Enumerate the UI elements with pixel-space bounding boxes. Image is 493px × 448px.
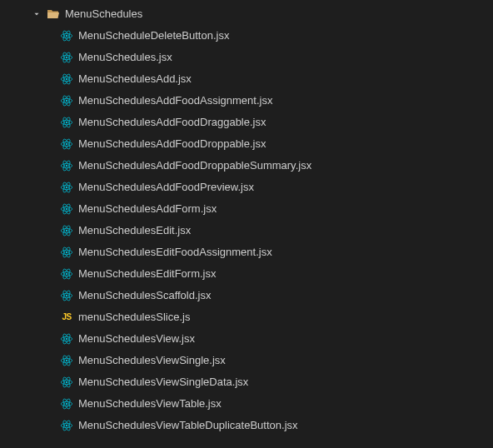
svg-point-4 — [66, 57, 67, 58]
file-row[interactable]: MenuSchedulesViewTable.jsx — [0, 393, 493, 415]
svg-point-68 — [66, 425, 67, 426]
folder-row-menuschedules[interactable]: MenuSchedules — [0, 3, 493, 25]
file-row[interactable]: MenuSchedulesScaffold.jsx — [0, 285, 493, 306]
svg-point-0 — [66, 35, 67, 37]
file-row[interactable]: MenuSchedules.jsx — [0, 47, 493, 68]
svg-point-8 — [66, 78, 67, 80]
file-label: MenuSchedulesView.jsx — [78, 328, 195, 350]
react-icon — [60, 419, 73, 432]
file-row[interactable]: MenuSchedulesView.jsx — [0, 328, 493, 350]
file-label: MenuSchedulesViewTableDuplicateButton.js… — [78, 415, 298, 436]
react-icon — [60, 376, 73, 389]
file-label: menuSchedulesSlice.js — [78, 306, 190, 328]
svg-point-16 — [66, 122, 67, 123]
file-row[interactable]: MenuSchedulesEdit.jsx — [0, 220, 493, 241]
file-row[interactable]: MenuSchedulesAddFoodDraggable.jsx — [0, 112, 493, 133]
file-row[interactable]: MenuSchedulesAdd.jsx — [0, 68, 493, 90]
file-label: MenuSchedulesViewSingle.jsx — [78, 350, 226, 371]
file-label: MenuSchedulesViewTable.jsx — [78, 393, 222, 415]
svg-point-64 — [66, 403, 67, 405]
file-label: MenuSchedulesAddFoodPreview.jsx — [78, 177, 254, 198]
file-label: MenuSchedulesEdit.jsx — [78, 220, 191, 241]
chevron-down-icon — [32, 9, 42, 19]
file-label: MenuSchedulesEditForm.jsx — [78, 263, 216, 285]
file-label: MenuSchedules.jsx — [78, 47, 172, 68]
react-icon — [60, 159, 73, 172]
react-icon — [60, 289, 73, 302]
svg-point-60 — [66, 381, 67, 383]
file-label: MenuSchedulesAddFoodDroppable.jsx — [78, 133, 266, 155]
react-icon — [60, 29, 73, 42]
file-row[interactable]: MenuSchedulesAddFoodPreview.jsx — [0, 177, 493, 198]
react-icon — [60, 332, 73, 346]
file-label: MenuSchedulesViewSingleData.jsx — [78, 371, 248, 393]
react-icon — [60, 246, 73, 259]
svg-point-40 — [66, 251, 67, 253]
react-icon — [60, 72, 73, 86]
react-icon — [60, 354, 73, 367]
react-icon — [60, 181, 73, 194]
file-explorer-tree: MenuSchedules MenuScheduleDeleteButton.j… — [0, 0, 493, 436]
file-label: MenuSchedulesAddFoodDroppableSummary.jsx — [78, 155, 311, 177]
svg-point-24 — [66, 165, 67, 167]
svg-point-52 — [66, 338, 67, 340]
svg-point-48 — [66, 295, 67, 296]
svg-point-44 — [66, 273, 67, 275]
file-label: MenuSchedulesAddForm.jsx — [78, 198, 217, 220]
file-label: MenuSchedulesScaffold.jsx — [78, 285, 211, 306]
react-icon — [60, 397, 73, 411]
file-label: MenuSchedulesAddFoodDraggable.jsx — [78, 112, 266, 133]
svg-point-36 — [66, 230, 67, 231]
svg-point-20 — [66, 143, 67, 145]
react-icon — [60, 94, 73, 107]
react-icon — [60, 267, 73, 281]
svg-point-56 — [66, 360, 67, 361]
svg-point-12 — [66, 100, 67, 102]
react-icon — [60, 202, 73, 216]
file-label: MenuSchedulesAdd.jsx — [78, 68, 192, 90]
react-icon — [60, 137, 73, 151]
file-label: MenuScheduleDeleteButton.jsx — [78, 25, 229, 47]
svg-point-28 — [66, 187, 67, 188]
file-row[interactable]: MenuScheduleDeleteButton.jsx — [0, 25, 493, 47]
js-icon: JS — [60, 311, 73, 324]
react-icon — [60, 51, 73, 64]
file-label: MenuSchedulesEditFoodAssignment.jsx — [78, 241, 272, 263]
file-row[interactable]: MenuSchedulesAddFoodAssignment.jsx — [0, 90, 493, 112]
file-row[interactable]: MenuSchedulesAddFoodDroppable.jsx — [0, 133, 493, 155]
file-label: MenuSchedulesAddFoodAssignment.jsx — [78, 90, 272, 112]
react-icon — [60, 116, 73, 129]
file-row[interactable]: MenuSchedulesViewTableDuplicateButton.js… — [0, 415, 493, 436]
folder-open-icon — [47, 7, 60, 21]
file-row[interactable]: MenuSchedulesEditForm.jsx — [0, 263, 493, 285]
file-row[interactable]: MenuSchedulesEditFoodAssignment.jsx — [0, 241, 493, 263]
svg-point-32 — [66, 208, 67, 210]
file-row[interactable]: MenuSchedulesAddFoodDroppableSummary.jsx — [0, 155, 493, 177]
file-row[interactable]: MenuSchedulesAddForm.jsx — [0, 198, 493, 220]
folder-label: MenuSchedules — [65, 3, 142, 25]
file-row[interactable]: MenuSchedulesViewSingleData.jsx — [0, 371, 493, 393]
react-icon — [60, 224, 73, 237]
file-row[interactable]: JSmenuSchedulesSlice.js — [0, 306, 493, 328]
file-row[interactable]: MenuSchedulesViewSingle.jsx — [0, 350, 493, 371]
